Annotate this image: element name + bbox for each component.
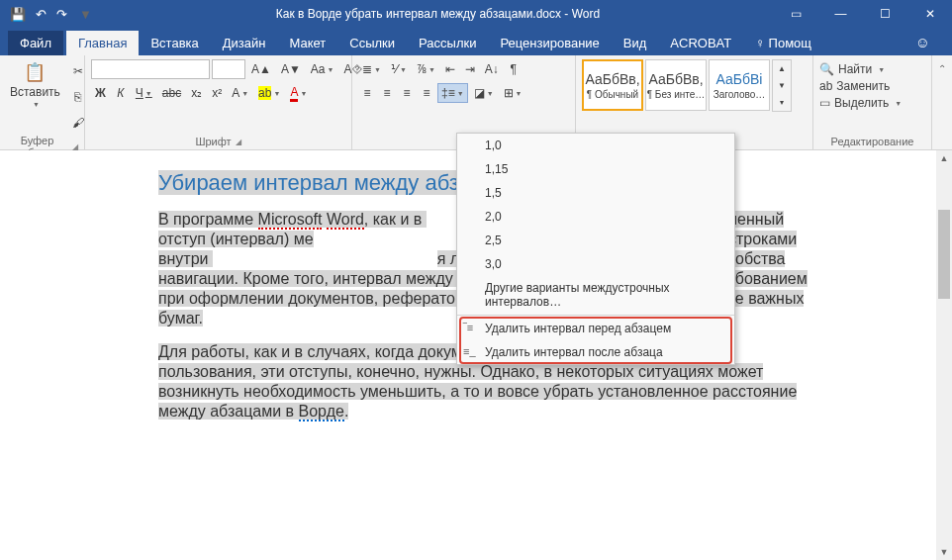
qat-customize-icon[interactable]: ▼: [77, 7, 92, 22]
bullets-button[interactable]: ≣▼: [358, 59, 385, 79]
search-icon: 🔍: [819, 62, 834, 76]
styles-expand[interactable]: ▾: [773, 94, 791, 111]
underline-button[interactable]: Ч▼: [132, 83, 156, 103]
close-button[interactable]: ✕: [907, 0, 952, 28]
tab-view[interactable]: Вид: [612, 31, 659, 55]
paste-label: Вставить: [10, 85, 60, 99]
multilevel-button[interactable]: ⅞▼: [413, 59, 439, 79]
italic-button[interactable]: К: [112, 83, 130, 103]
spacing-options[interactable]: Другие варианты междустрочных интервалов…: [457, 276, 734, 314]
remove-space-after[interactable]: ≡_ Удалить интервал после абзаца: [457, 340, 734, 364]
sort-button[interactable]: A↓: [481, 59, 503, 79]
save-icon[interactable]: 💾: [10, 7, 26, 22]
group-label: Редактирование: [831, 136, 914, 147]
styles-scroll-down[interactable]: ▼: [773, 77, 791, 94]
window-buttons: ▭ — ☐ ✕: [774, 0, 952, 28]
paste-button[interactable]: 📋 Вставить ▼: [6, 59, 64, 110]
redo-icon[interactable]: ↷: [56, 7, 67, 22]
tab-mailings[interactable]: Рассылки: [407, 31, 488, 55]
styles-scroll-up[interactable]: ▲: [773, 60, 791, 77]
bold-button[interactable]: Ж: [91, 83, 110, 103]
launcher-icon[interactable]: ◢: [236, 138, 241, 146]
select-button[interactable]: ▭Выделить▼: [819, 96, 902, 110]
window-title: Как в Ворде убрать интервал между абзаца…: [102, 7, 774, 21]
ribbon-options-icon[interactable]: ▭: [774, 0, 818, 28]
strike-button[interactable]: abc: [158, 83, 185, 103]
spacing-3-0[interactable]: 3,0: [457, 252, 734, 276]
tab-layout[interactable]: Макет: [277, 31, 337, 55]
tab-tell-me[interactable]: ♀ Помощ: [743, 31, 823, 55]
align-left-button[interactable]: ≡: [358, 83, 376, 103]
remove-space-before[interactable]: ‾≡ Удалить интервал перед абзацем: [457, 317, 734, 340]
quick-access-toolbar: 💾 ↶ ↷ ▼: [0, 7, 102, 22]
spacing-2-0[interactable]: 2,0: [457, 205, 734, 229]
space-after-icon: ≡_: [463, 345, 476, 357]
font-color-button[interactable]: A▼: [286, 83, 311, 103]
paste-icon: 📋: [24, 61, 46, 83]
tab-review[interactable]: Рецензирование: [488, 31, 611, 55]
tab-references[interactable]: Ссылки: [337, 31, 407, 55]
borders-button[interactable]: ⊞▼: [500, 83, 526, 103]
increase-indent-button[interactable]: ⇥: [461, 59, 479, 79]
scroll-thumb[interactable]: [938, 210, 950, 299]
tab-design[interactable]: Дизайн: [211, 31, 278, 55]
align-right-button[interactable]: ≡: [398, 83, 416, 103]
highlight-button[interactable]: ab▼: [254, 83, 284, 103]
minimize-button[interactable]: —: [818, 0, 863, 28]
group-editing: 🔍Найти▼ abЗаменить ▭Выделить▼ Редактиров…: [813, 55, 932, 149]
undo-icon[interactable]: ↶: [36, 7, 47, 22]
decrease-indent-button[interactable]: ⇤: [441, 59, 459, 79]
spacing-1-5[interactable]: 1,5: [457, 181, 734, 205]
style-no-spacing[interactable]: АаБбВв, ¶ Без инте…: [645, 59, 707, 111]
shrink-font-button[interactable]: A▼: [277, 59, 305, 79]
line-spacing-button[interactable]: ‡≡▼: [437, 83, 468, 103]
group-label: Шрифт: [195, 136, 231, 147]
grow-font-button[interactable]: A▲: [247, 59, 275, 79]
space-before-icon: ‾≡: [463, 322, 473, 333]
scroll-down-icon[interactable]: ▼: [936, 544, 952, 560]
spacing-1-0[interactable]: 1,0: [457, 134, 734, 157]
font-family-combo[interactable]: [91, 59, 210, 79]
maximize-button[interactable]: ☐: [863, 0, 907, 28]
spacing-1-15[interactable]: 1,15: [457, 157, 734, 181]
scroll-up-icon[interactable]: ▲: [936, 150, 952, 166]
show-marks-button[interactable]: ¶: [505, 59, 523, 79]
line-spacing-dropdown: 1,0 1,15 1,5 2,0 2,5 3,0 Другие варианты…: [456, 133, 735, 365]
tab-acrobat[interactable]: ACROBAT: [658, 31, 743, 55]
find-button[interactable]: 🔍Найти▼: [819, 62, 902, 76]
spacing-2-5[interactable]: 2,5: [457, 229, 734, 252]
title-bar: 💾 ↶ ↷ ▼ Как в Ворде убрать интервал межд…: [0, 0, 952, 28]
ribbon-tabs: Файл Главная Вставка Дизайн Макет Ссылки…: [0, 28, 952, 55]
group-font: A▲ A▼ Aa▼ A⯑ Ж К Ч▼ abc x₂ x² A▼ ab▼ A▼ …: [85, 55, 352, 149]
shading-button[interactable]: ◪▼: [470, 83, 498, 103]
select-icon: ▭: [819, 96, 830, 110]
feedback-icon[interactable]: ☺: [904, 29, 942, 55]
numbering-button[interactable]: ⅟▼: [387, 59, 411, 79]
superscript-button[interactable]: x²: [208, 83, 226, 103]
change-case-button[interactable]: Aa▼: [307, 59, 338, 79]
replace-icon: ab: [819, 79, 832, 93]
tab-home[interactable]: Главная: [66, 31, 139, 55]
tab-insert[interactable]: Вставка: [139, 31, 210, 55]
collapse-ribbon-icon[interactable]: ⌃: [932, 55, 952, 149]
align-center-button[interactable]: ≡: [378, 83, 396, 103]
separator: [457, 315, 734, 316]
justify-button[interactable]: ≡: [418, 83, 435, 103]
vertical-scrollbar[interactable]: ▲ ▼: [936, 150, 952, 560]
style-heading1[interactable]: АаБбВі Заголово…: [709, 59, 770, 111]
style-normal[interactable]: АаБбВв, ¶ Обычный: [582, 59, 643, 111]
font-size-combo[interactable]: [212, 59, 245, 79]
subscript-button[interactable]: x₂: [187, 83, 206, 103]
group-clipboard: 📋 Вставить ▼ ✂ ⎘ 🖌 Буфер обм…◢: [0, 55, 85, 149]
replace-button[interactable]: abЗаменить: [819, 79, 902, 93]
tab-file[interactable]: Файл: [8, 31, 63, 55]
text-effects-button[interactable]: A▼: [228, 83, 252, 103]
